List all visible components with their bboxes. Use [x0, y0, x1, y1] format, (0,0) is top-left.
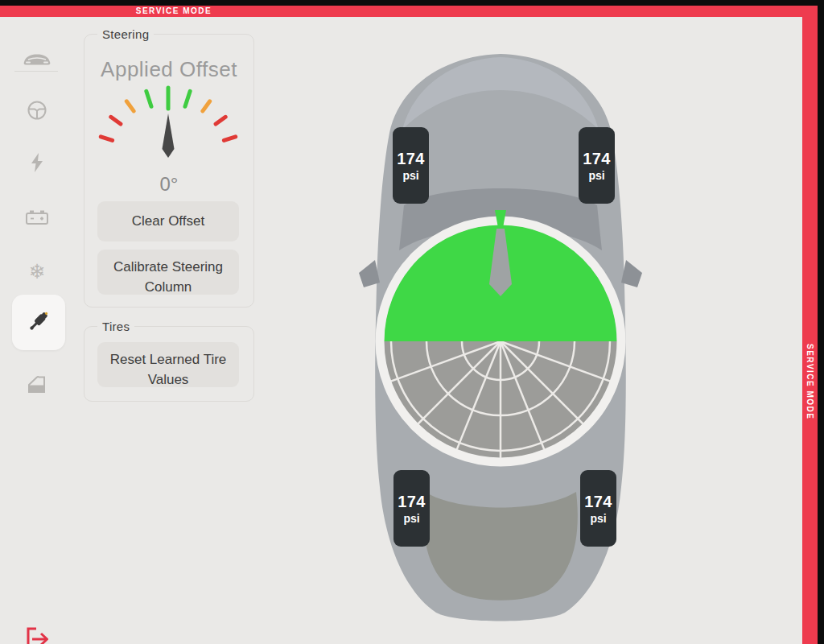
tires-panel: Tires Reset Learned Tire Values	[84, 326, 254, 402]
reset-learned-tire-values-button[interactable]: Reset Learned Tire Values	[97, 342, 239, 387]
tire-pressure-value: 174	[398, 493, 425, 511]
tire-pressure-unit: psi	[403, 512, 419, 525]
steering-panel: Steering Applied Offset 0° Clear Offse	[84, 34, 254, 308]
sidebar-item-vehicle[interactable]	[13, 39, 61, 78]
applied-offset-title: Applied Offset	[84, 57, 253, 82]
sidebar-item-lv-battery[interactable]	[13, 198, 61, 237]
exit-icon[interactable]	[24, 625, 53, 644]
calibrate-steering-column-button[interactable]: Calibrate Steering Column	[97, 250, 239, 295]
tire-pressure-front-right: 174 psi	[579, 127, 615, 204]
tire-pressure-value: 174	[584, 493, 612, 511]
screen-bezel-right	[818, 0, 824, 644]
service-mode-screen: ❄	[0, 6, 818, 644]
tire-pressure-unit: psi	[588, 169, 604, 182]
service-mode-top-label: SERVICE MODE	[125, 6, 223, 15]
sidebar-divider	[14, 71, 58, 72]
offset-needle	[163, 114, 175, 158]
service-mode-top-bar: SERVICE MODE	[0, 6, 818, 17]
clear-offset-button[interactable]: Clear Offset	[97, 201, 239, 242]
service-mode-side-bar: SERVICE MODE	[802, 6, 818, 644]
door-icon	[26, 374, 48, 396]
sidebar-item-thermal[interactable]: ❄	[13, 252, 61, 291]
steering-wheel-icon	[26, 99, 48, 122]
tire-pressure-value: 174	[397, 150, 424, 168]
battery-icon	[25, 208, 49, 226]
tire-pressure-unit: psi	[590, 512, 606, 525]
screen-bezel-top	[0, 0, 824, 6]
sidebar-item-chassis[interactable]	[12, 295, 65, 350]
tire-pressure-front-left: 174 psi	[393, 127, 429, 204]
tires-panel-title: Tires	[97, 320, 134, 333]
tire-pressure-rear-left: 174 psi	[393, 470, 430, 547]
suspension-icon	[25, 308, 52, 338]
snowflake-icon: ❄	[29, 262, 46, 282]
sidebar-item-closures[interactable]	[13, 365, 61, 404]
lightning-icon	[28, 152, 46, 173]
steering-panel-title: Steering	[97, 27, 154, 41]
applied-offset-gauge	[96, 81, 241, 167]
tire-pressure-value: 174	[583, 150, 610, 168]
tire-pressure-rear-right: 174 psi	[580, 470, 616, 547]
sidebar-item-steering[interactable]	[13, 91, 61, 130]
applied-offset-value: 0°	[84, 173, 253, 196]
car-icon	[23, 49, 52, 68]
sidebar-item-high-voltage[interactable]	[13, 143, 61, 182]
service-mode-side-label: SERVICE MODE	[805, 344, 814, 420]
tire-pressure-unit: psi	[402, 169, 418, 182]
